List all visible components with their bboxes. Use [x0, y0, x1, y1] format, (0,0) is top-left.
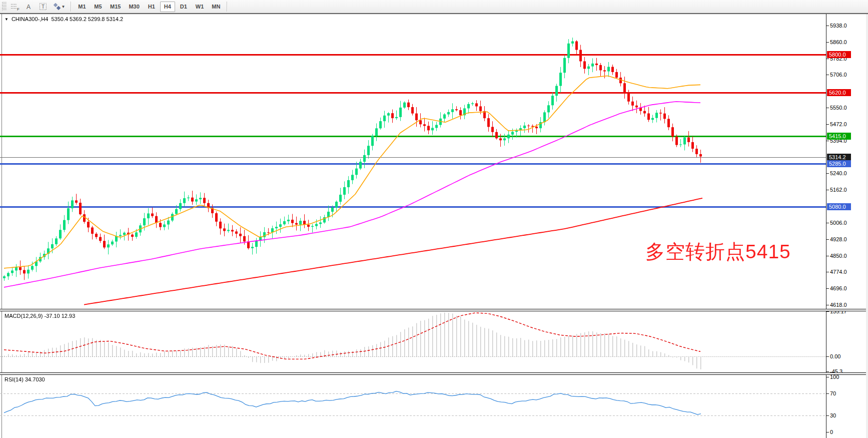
- price-badge: 5314.2: [827, 154, 851, 161]
- price-tick-label: 5240.0: [830, 170, 847, 177]
- toolbar-separator: [227, 2, 228, 12]
- rsi-pane-canvas[interactable]: [0, 375, 826, 438]
- price-tick-label: 4774.0: [830, 268, 847, 275]
- price-tick-label: 5550.0: [830, 104, 847, 111]
- window-edge: [866, 14, 868, 438]
- timeframe-m5-button[interactable]: M5: [91, 2, 106, 12]
- price-tick-label: 5472.0: [830, 121, 847, 128]
- symbol-ohlc: 5350.4 5369.2 5299.8 5314.2: [51, 16, 123, 22]
- price-tick-label: 0: [830, 428, 833, 435]
- price-tick-label: 4618.0: [830, 301, 847, 308]
- symbol-name: CHINA300-,H4: [12, 16, 48, 22]
- price-tick-label: 5706.0: [830, 71, 847, 78]
- price-badge: 5285.0: [827, 160, 851, 167]
- rsi-value: 34.7030: [25, 376, 45, 382]
- toolbar-grip[interactable]: [2, 2, 7, 11]
- price-badge: 5800.0: [827, 51, 851, 58]
- fibonacci-tool-button[interactable]: F: [9, 1, 22, 12]
- svg-text:F: F: [17, 7, 20, 11]
- price-tick-label: 4928.0: [830, 236, 847, 243]
- macd-values: -37.10 12.93: [44, 313, 75, 319]
- pane-splitter[interactable]: [0, 372, 868, 375]
- text-icon: A: [25, 3, 33, 11]
- price-tick-label: 0.00: [830, 353, 840, 360]
- arrows-icon: [53, 3, 61, 11]
- price-tick-label: 4696.0: [830, 285, 847, 292]
- price-tick-label: 4850.0: [830, 252, 847, 259]
- timeframe-h1-button[interactable]: H1: [144, 2, 159, 12]
- timeframe-m15-button[interactable]: M15: [107, 2, 124, 12]
- price-tick-label: 5006.0: [830, 219, 847, 226]
- chart-dropdown-icon[interactable]: ▼: [5, 17, 9, 22]
- text-label-tool-button[interactable]: T: [37, 1, 50, 12]
- chevron-down-icon: ▼: [62, 5, 66, 9]
- svg-text:A: A: [27, 4, 31, 11]
- price-badge: 5080.0: [827, 203, 851, 210]
- trading-app-window: F A T ▼ M1 M5 M15 M30 H1 H4 D1: [0, 0, 868, 438]
- price-badge: 5620.0: [827, 89, 851, 96]
- toolbar: F A T ▼ M1 M5 M15 M30 H1 H4 D1: [0, 0, 868, 14]
- price-tick-label: 30: [830, 412, 836, 419]
- price-badge: 5415.0: [827, 133, 851, 140]
- rsi-label: RSI(14) 34.7030: [5, 376, 45, 382]
- rsi-name: RSI(14): [5, 376, 24, 382]
- timeframe-m30-button[interactable]: M30: [125, 2, 143, 12]
- macd-pane-canvas[interactable]: [0, 311, 826, 372]
- timeframe-m1-button[interactable]: M1: [75, 2, 90, 12]
- symbol-title[interactable]: ▼CHINA300-,H4 5350.4 5369.2 5299.8 5314.…: [5, 16, 123, 22]
- chart-window: ▼CHINA300-,H4 5350.4 5369.2 5299.8 5314.…: [0, 14, 868, 438]
- toolbar-separator: [71, 2, 72, 12]
- timeframe-w1-button[interactable]: W1: [192, 2, 208, 12]
- price-tick-label: 5938.0: [830, 22, 847, 29]
- arrows-tool-button[interactable]: ▼: [51, 1, 68, 12]
- timeframe-h4-button[interactable]: H4: [160, 2, 175, 12]
- timeframe-mn-button[interactable]: MN: [208, 2, 224, 12]
- macd-name: MACD(12,26,9): [5, 313, 43, 319]
- text-label-icon: T: [39, 3, 48, 11]
- macd-label: MACD(12,26,9) -37.10 12.93: [5, 313, 75, 319]
- chart-annotation-text: 多空转折点5415: [645, 238, 791, 265]
- price-tick-label: 5162.0: [830, 186, 847, 193]
- pane-splitter[interactable]: [0, 309, 868, 311]
- price-tick-label: 5860.0: [830, 39, 847, 46]
- price-tick-label: 70: [830, 390, 836, 397]
- timeframe-d1-button[interactable]: D1: [176, 2, 191, 12]
- text-tool-button[interactable]: A: [23, 1, 36, 12]
- svg-text:T: T: [42, 4, 45, 10]
- fibonacci-icon: F: [11, 3, 20, 11]
